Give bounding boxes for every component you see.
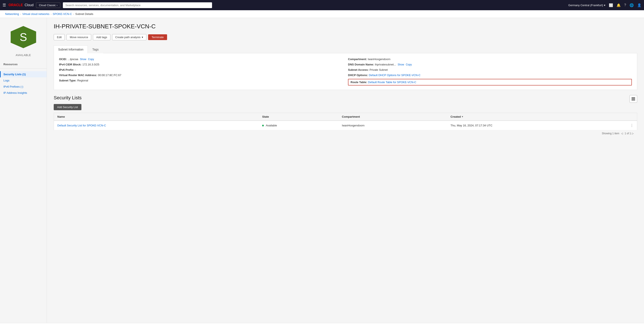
sidebar-item-logs[interactable]: Logs [0,78,47,84]
ocid-copy-link[interactable]: Copy [88,58,94,61]
info-left-column: OCID: ...tpscaa Show Copy IPv4 CIDR Bloc… [59,58,343,86]
col-created-label: Created [450,115,461,118]
add-security-list-area: Add Security List [54,104,637,110]
page-title: IH-PRIVATE-SUBNET-SPOKE-VCN-C [54,23,637,30]
breadcrumb-sep-3: › [73,13,74,15]
top-navigation: ☰ ORACLE Cloud Cloud Classic › Germany C… [0,0,644,10]
cell-row-actions[interactable]: ⋮ [627,121,637,130]
info-row-subnet-access: Subnet Access: Private Subnet [348,68,632,72]
info-row-subnet-type: Subnet Type: Regional [59,79,343,82]
create-path-analysis-label: Create path analysis [115,36,141,39]
sidebar-item-ip-address-insights[interactable]: IP Address Insights [0,90,47,96]
compartment-label: Compartment: [348,58,367,61]
compartment-value: IwanHoogendoorn [368,58,390,61]
route-table-highlighted-row: Route Table: Default Route Table for SPO… [348,79,632,86]
subnet-type-label: Subnet Type: [59,79,76,82]
pagination-area: Showing 1 item ◁ 1 of 1 ▷ [54,130,637,137]
pagination-info: 1 of 1 [624,132,631,135]
dns-domain-label: DNS Domain Name: [348,63,374,66]
ipv6-prefix-value: - [75,68,76,72]
info-row-ipv4-cidr: IPv4 CIDR Block: 172.16.3.0/25 [59,63,343,66]
terminate-button[interactable]: Terminate [148,34,167,40]
pagination-separator: ◁ [621,132,623,135]
svg-rect-7 [633,100,634,100]
breadcrumb-spoke-vcn-c[interactable]: SPOKE-VCN-C [53,12,72,16]
svg-rect-1 [633,97,634,98]
create-path-analysis-button[interactable]: Create path analysis ▾ [112,34,146,40]
subnet-access-value: Private Subnet [370,68,388,72]
globe-icon[interactable]: 🌐 [630,3,634,7]
security-lists-actions [630,95,637,103]
search-input[interactable] [63,2,212,8]
bell-icon[interactable]: 🔔 [616,3,621,7]
cloud-classic-button[interactable]: Cloud Classic › [36,2,60,8]
hamburger-icon[interactable]: ☰ [2,3,6,8]
add-security-list-button[interactable]: Add Security List [54,104,82,110]
action-bar: Edit Move resource Add tags Create path … [54,34,637,40]
dns-domain-value: ihprivatesubnet... [375,63,396,66]
hexagon-letter: S [20,31,27,44]
dns-copy-link[interactable]: Copy [406,63,412,66]
security-list-name-link[interactable]: Default Security List for SPOKE-VCN-C [57,124,106,127]
breadcrumb-networking[interactable]: Networking [5,12,19,16]
svg-rect-5 [634,98,635,100]
breadcrumb-subnet-details: Subnet Details [75,12,93,16]
breadcrumb-sep-2: › [51,13,52,15]
security-lists-section: Security Lists [54,95,637,137]
state-dot-icon [262,125,264,126]
col-header-compartment: Compartment [338,113,447,121]
cell-state-value: Available [266,124,277,127]
dns-show-link[interactable]: Show [398,63,404,66]
ocid-show-link[interactable]: Show [80,58,86,61]
edit-button[interactable]: Edit [54,34,65,40]
subnet-access-label: Subnet Access: [348,68,369,72]
screen-icon[interactable]: ⬜ [609,3,613,7]
cell-created: Thu, May 16, 2024, 07:17:34 UTC [447,121,627,130]
sort-icon: ▾ [462,115,463,118]
user-avatar-icon[interactable]: 👤 [637,3,642,7]
help-icon[interactable]: ? [624,3,626,7]
sidebar-item-ipv6-prefixes[interactable]: IPv6 Prefixes (-) [0,84,47,90]
info-row-route-table: Route Table: Default Route Table for SPO… [348,79,632,86]
row-kebab-menu-icon[interactable]: ⋮ [630,124,634,127]
tabs: Subnet Information Tags [54,46,637,53]
sidebar-item-security-lists[interactable]: Security Lists (1) [0,71,47,78]
col-compartment-label: Compartment [342,115,360,118]
cell-name: Default Security List for SPOKE-VCN-C [54,121,259,130]
region-chevron-icon: ▾ [604,4,606,7]
dropdown-chevron-icon: ▾ [142,36,143,39]
breadcrumb: Networking › Virtual cloud networks › SP… [0,10,644,18]
move-resource-button[interactable]: Move resource [66,34,91,40]
info-row-virtual-router-mac: Virtual Router MAC Address: 00:00:17:8C:… [59,74,343,77]
cloud-text: Cloud [25,3,34,7]
oracle-logo: ORACLE Cloud [8,3,34,7]
route-table-label: Route Table: [350,80,367,84]
route-table-link[interactable]: Default Route Table for SPOKE-VCN-C [368,80,416,84]
col-state-label: State [262,115,269,118]
add-tags-button[interactable]: Add tags [93,34,110,40]
col-header-created[interactable]: Created ▾ [447,113,627,121]
info-row-ipv6-prefix: IPv6 Prefix: - [59,68,343,72]
virtual-router-mac-value: 00:00:17:8C:FC:67 [98,74,121,77]
sidebar: S AVAILABLE Resources Security Lists (1)… [0,18,47,323]
main-layout: S AVAILABLE Resources Security Lists (1)… [0,18,644,323]
topnav-right-area: Germany Central (Frankfurt) ▾ ⬜ 🔔 ? 🌐 👤 [568,3,642,7]
region-selector[interactable]: Germany Central (Frankfurt) ▾ [568,4,606,7]
security-lists-header: Security Lists [54,95,637,104]
dhcp-options-link[interactable]: Default DHCP Options for SPOKE-VCN-C [369,74,421,77]
help-panel-icon[interactable] [630,95,637,103]
status-badge: AVAILABLE [16,54,31,57]
cell-state: Available [259,121,338,130]
hexagon-container: S [8,22,38,52]
ipv6-prefix-label: IPv6 Prefix: [59,68,74,72]
breadcrumb-vcn[interactable]: Virtual cloud networks [22,12,50,16]
oracle-text: ORACLE [8,3,23,7]
tab-tags[interactable]: Tags [88,46,103,53]
info-row-dns-domain: DNS Domain Name: ihprivatesubnet... Show… [348,63,632,66]
security-lists-title: Security Lists [54,95,82,100]
main-content: IH-PRIVATE-SUBNET-SPOKE-VCN-C Edit Move … [47,18,644,323]
cell-compartment: IwanHoogendoorn [338,121,447,130]
table-row: Default Security List for SPOKE-VCN-C Av… [54,121,637,130]
tab-subnet-information[interactable]: Subnet Information [54,46,88,53]
pagination-next-icon[interactable]: ▷ [632,132,634,135]
